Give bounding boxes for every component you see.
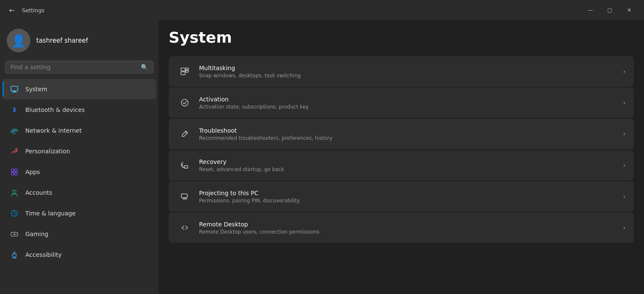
recovery-chevron: › [623,162,625,169]
recovery-text: Recovery Reset, advanced startup, go bac… [199,158,618,172]
avatar-icon: 👤 [11,34,26,48]
window-controls: — □ ✕ [581,3,639,17]
projecting-chevron: › [623,193,625,200]
remote-desktop-desc: Remote Desktop users, connection permiss… [199,229,618,235]
apps-nav-label: Apps [25,169,40,175]
sidebar-item-system[interactable]: System [3,79,156,99]
svg-rect-0 [11,86,18,91]
sidebar-item-bluetooth[interactable]: Bluetooth & devices [3,100,156,120]
svg-rect-18 [186,71,189,72]
troubleshoot-text: Troubleshoot Recommended troubleshooters… [199,127,618,141]
maximize-button[interactable]: □ [600,3,620,17]
back-button[interactable]: ← [5,3,19,17]
svg-point-20 [181,99,188,106]
svg-rect-7 [11,172,14,175]
main-layout: 👤 tashreef shareef 🔍 System Bluetooth & … [0,20,644,294]
activation-chevron: › [623,99,625,106]
system-nav-label: System [25,86,47,93]
sidebar-item-gaming[interactable]: Gaming [3,224,156,244]
svg-rect-8 [15,172,17,175]
projecting-text: Projecting to this PC Permissions, pairi… [199,190,618,204]
time-nav-label: Time & language [25,210,75,217]
activation-text: Activation Activation state, subscriptio… [199,96,618,110]
troubleshoot-chevron: › [623,131,625,137]
content-area: System Multitasking Snap windows, deskto… [159,20,644,294]
remote-desktop-chevron: › [623,224,625,231]
personalization-nav-label: Personalization [25,148,70,155]
activation-title: Activation [199,96,618,103]
setting-item-activation[interactable]: Activation Activation state, subscriptio… [169,87,634,118]
minimize-button[interactable]: — [581,3,600,17]
recovery-icon [177,158,192,173]
avatar: 👤 [7,29,30,52]
activation-desc: Activation state, subscriptions, product… [199,104,618,110]
bluetooth-nav-label: Bluetooth & devices [25,106,85,113]
svg-point-4 [16,149,17,150]
recovery-title: Recovery [199,158,618,165]
svg-rect-19 [181,72,185,75]
recovery-desc: Reset, advanced startup, go back [199,166,618,172]
sidebar-item-network[interactable]: Network & internet [3,120,156,141]
setting-item-recovery[interactable]: Recovery Reset, advanced startup, go bac… [169,150,634,180]
close-button[interactable]: ✕ [620,3,639,17]
multitasking-icon [177,64,192,79]
sidebar-item-personalization[interactable]: Personalization [3,141,156,161]
accounts-nav-label: Accounts [25,189,52,196]
svg-point-14 [16,234,16,235]
setting-item-multitasking[interactable]: Multitasking Snap windows, desktops, tas… [169,56,634,87]
user-profile[interactable]: 👤 tashreef shareef [0,20,159,61]
setting-item-projecting[interactable]: Projecting to this PC Permissions, pairi… [169,181,634,212]
multitasking-text: Multitasking Snap windows, desktops, tas… [199,65,618,79]
svg-rect-23 [181,194,187,198]
time-nav-icon [9,208,19,218]
sidebar-item-accounts[interactable]: Accounts [3,182,156,203]
multitasking-chevron: › [623,68,625,75]
sidebar-item-apps[interactable]: Apps [3,162,156,182]
search-input[interactable] [11,64,137,71]
apps-nav-icon [9,167,19,177]
projecting-icon [177,189,192,204]
remote-desktop-text: Remote Desktop Remote Desktop users, con… [199,221,618,235]
titlebar: ← Settings — □ ✕ [0,0,644,20]
gaming-nav-label: Gaming [25,231,49,237]
svg-rect-6 [15,169,17,172]
system-nav-icon [9,84,19,94]
back-icon: ← [9,6,14,14]
activation-icon [177,95,192,110]
search-box: 🔍 [5,61,154,74]
personalization-nav-icon [9,146,19,156]
troubleshoot-icon [177,126,192,142]
svg-point-9 [13,190,16,193]
troubleshoot-title: Troubleshoot [199,127,618,134]
remote-desktop-title: Remote Desktop [199,221,618,228]
svg-point-3 [14,133,15,134]
multitasking-desc: Snap windows, desktops, task switching [199,73,618,79]
gaming-nav-icon [9,229,19,239]
multitasking-title: Multitasking [199,65,618,71]
sidebar-item-accessibility[interactable]: Accessibility [3,245,156,265]
svg-line-21 [185,132,187,133]
svg-rect-17 [186,68,189,70]
search-container: 🔍 [0,61,159,79]
svg-point-15 [13,252,15,253]
settings-list: Multitasking Snap windows, desktops, tas… [169,56,634,243]
page-title: System [169,20,634,56]
sidebar-item-time[interactable]: Time & language [3,203,156,223]
username: tashreef shareef [36,37,88,44]
svg-rect-16 [181,68,185,71]
app-title: Settings [22,7,44,14]
troubleshoot-desc: Recommended troubleshooters, preferences… [199,135,618,141]
projecting-desc: Permissions, pairing PIN, discoverabilit… [199,198,618,204]
sidebar: 👤 tashreef shareef 🔍 System Bluetooth & … [0,20,159,294]
search-icon[interactable]: 🔍 [141,64,148,71]
nav-list: System Bluetooth & devices Network & int… [0,79,159,265]
setting-item-remote-desktop[interactable]: Remote Desktop Remote Desktop users, con… [169,212,634,243]
remote-desktop-icon [177,220,192,235]
projecting-title: Projecting to this PC [199,190,618,196]
accessibility-nav-label: Accessibility [25,251,62,258]
setting-item-troubleshoot[interactable]: Troubleshoot Recommended troubleshooters… [169,119,634,149]
accessibility-nav-icon [9,250,19,260]
network-nav-icon [9,125,19,136]
network-nav-label: Network & internet [25,127,82,134]
svg-rect-5 [11,169,14,172]
